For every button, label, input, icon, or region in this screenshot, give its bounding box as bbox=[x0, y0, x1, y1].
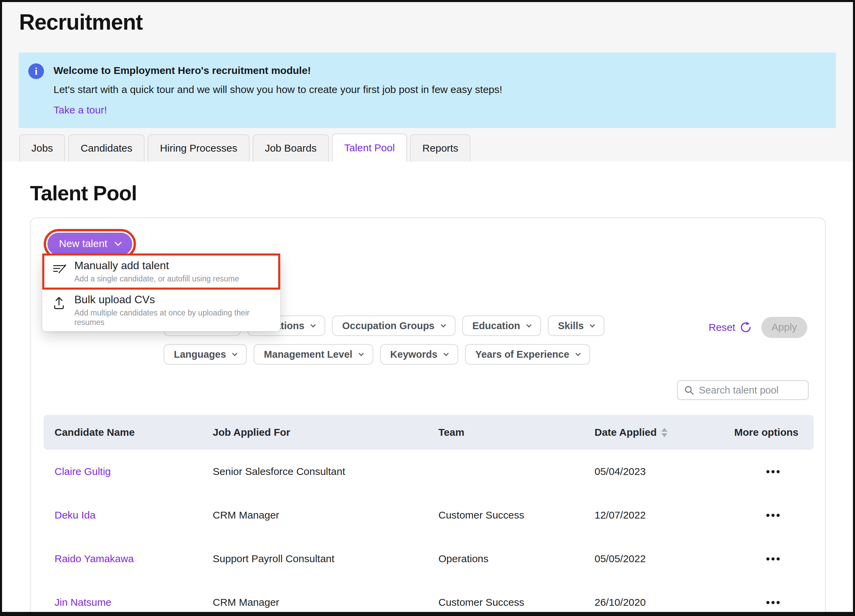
menu-item-subtitle: Add a single candidate, or autofill usin… bbox=[74, 274, 239, 283]
screenshot-frame: Recruitment i Welcome to Employment Hero… bbox=[0, 0, 855, 616]
search-row bbox=[44, 380, 809, 400]
chevron-down-icon bbox=[311, 322, 316, 327]
new-talent-dropdown: Manually add talent Add a single candida… bbox=[42, 254, 280, 331]
date-cell: 05/04/2023 bbox=[584, 466, 728, 477]
tab-hiring-processes[interactable]: Hiring Processes bbox=[148, 134, 250, 162]
tab-jobs[interactable]: Jobs bbox=[19, 134, 65, 162]
search-icon bbox=[684, 385, 694, 395]
chevron-down-icon bbox=[590, 322, 595, 327]
more-options-button[interactable] bbox=[766, 557, 780, 561]
chevron-down-icon bbox=[526, 322, 532, 327]
candidate-link[interactable]: Raido Yamakawa bbox=[44, 553, 202, 564]
filter-management-level[interactable]: Management Level bbox=[254, 344, 373, 365]
take-a-tour-link[interactable]: Take a tour! bbox=[54, 104, 502, 116]
tab-job-boards[interactable]: Job Boards bbox=[253, 134, 329, 162]
section-title: Talent Pool bbox=[2, 162, 853, 205]
filter-label: Languages bbox=[174, 349, 226, 360]
job-cell: CRM Manager bbox=[202, 596, 428, 608]
chevron-down-icon bbox=[232, 351, 238, 356]
job-cell: CRM Manager bbox=[202, 509, 428, 521]
filter-skills[interactable]: Skills bbox=[548, 315, 605, 336]
header-date-applied: Date Applied bbox=[584, 426, 728, 438]
welcome-banner: i Welcome to Employment Hero's recruitme… bbox=[19, 52, 836, 128]
table-row: Deku Ida CRM Manager Customer Success 12… bbox=[44, 493, 814, 537]
menu-item-manually-add-talent[interactable]: Manually add talent Add a single candida… bbox=[42, 254, 280, 290]
new-talent-label: New talent bbox=[59, 238, 107, 249]
more-options-button[interactable] bbox=[766, 601, 780, 604]
new-talent-button[interactable]: New talent bbox=[48, 233, 132, 255]
job-cell: Senior Salesforce Consultant bbox=[202, 466, 428, 477]
filter-languages[interactable]: Languages bbox=[164, 344, 247, 365]
job-cell: Support Payroll Consultant bbox=[202, 553, 428, 564]
team-cell: Customer Success bbox=[428, 509, 584, 521]
team-cell: Customer Success bbox=[428, 596, 584, 608]
table-row: Jin Natsume CRM Manager Customer Success… bbox=[44, 581, 814, 616]
search-input[interactable] bbox=[699, 385, 802, 396]
apply-button[interactable]: Apply bbox=[761, 317, 807, 338]
filter-years-of-experience[interactable]: Years of Experience bbox=[465, 344, 590, 365]
info-icon: i bbox=[28, 63, 44, 79]
filter-label: Years of Experience bbox=[475, 349, 569, 360]
header-more-options: More options bbox=[728, 426, 814, 438]
chevron-down-icon bbox=[440, 322, 446, 327]
candidate-link[interactable]: Claire Gultig bbox=[44, 466, 202, 477]
table-row: Claire Gultig Senior Salesforce Consulta… bbox=[44, 450, 814, 493]
filter-label: Education bbox=[472, 320, 520, 332]
candidate-link[interactable]: Jin Natsume bbox=[44, 596, 202, 608]
reset-button[interactable]: Reset bbox=[709, 322, 752, 333]
filter-label: Occupation Groups bbox=[342, 320, 435, 332]
menu-item-title: Manually add talent bbox=[74, 259, 239, 272]
banner-body: Let's start with a quick tour and we wil… bbox=[54, 84, 502, 95]
menu-item-title: Bulk upload CVs bbox=[74, 293, 271, 306]
tab-candidates[interactable]: Candidates bbox=[68, 134, 144, 162]
filter-label: Skills bbox=[558, 320, 584, 332]
reset-label: Reset bbox=[709, 322, 735, 333]
refresh-icon bbox=[740, 322, 752, 333]
filter-label: Management Level bbox=[264, 349, 352, 360]
date-cell: 26/10/2020 bbox=[584, 596, 728, 608]
banner-text: Welcome to Employment Hero's recruitment… bbox=[54, 63, 502, 128]
chevron-down-icon bbox=[358, 351, 364, 356]
talent-pool-card: New talent Manually add talent Add a sin… bbox=[30, 217, 826, 616]
date-cell: 05/05/2022 bbox=[584, 553, 728, 564]
tab-talent-pool[interactable]: Talent Pool bbox=[332, 133, 407, 162]
sort-date-applied[interactable] bbox=[661, 428, 668, 437]
header-job-applied-for: Job Applied For bbox=[202, 426, 428, 438]
date-cell: 12/07/2022 bbox=[584, 509, 728, 521]
menu-item-bulk-upload-cvs[interactable]: Bulk upload CVs Add multiple candidates … bbox=[42, 290, 280, 331]
tab-panel: Talent Pool New talent bbox=[2, 162, 853, 616]
chevron-down-icon bbox=[115, 239, 122, 246]
filter-label: Keywords bbox=[390, 349, 438, 360]
upload-icon bbox=[52, 296, 66, 327]
filter-actions: Reset Apply bbox=[709, 317, 807, 338]
header-team: Team bbox=[428, 426, 584, 438]
filter-occupation-groups[interactable]: Occupation Groups bbox=[332, 315, 455, 336]
candidate-link[interactable]: Deku Ida bbox=[44, 509, 202, 521]
filter-keywords[interactable]: Keywords bbox=[380, 344, 458, 365]
filter-education[interactable]: Education bbox=[462, 315, 541, 336]
talent-pool-table: Candidate Name Job Applied For Team Date… bbox=[44, 415, 814, 616]
chevron-down-icon bbox=[575, 351, 581, 356]
more-options-button[interactable] bbox=[766, 514, 780, 517]
tab-bar: Jobs Candidates Hiring Processes Job Boa… bbox=[19, 133, 853, 162]
chevron-down-icon bbox=[444, 351, 449, 356]
edit-icon bbox=[52, 262, 66, 283]
table-row: Raido Yamakawa Support Payroll Consultan… bbox=[44, 537, 814, 581]
more-options-button[interactable] bbox=[766, 470, 780, 473]
search-field bbox=[677, 380, 809, 400]
menu-item-subtitle: Add multiple candidates at once by uploa… bbox=[74, 308, 271, 327]
table-header: Candidate Name Job Applied For Team Date… bbox=[44, 415, 814, 450]
banner-title: Welcome to Employment Hero's recruitment… bbox=[54, 65, 502, 76]
team-cell: Operations bbox=[428, 553, 584, 564]
tab-reports[interactable]: Reports bbox=[410, 134, 470, 162]
page-title: Recruitment bbox=[2, 2, 853, 35]
header-candidate-name: Candidate Name bbox=[44, 426, 202, 438]
